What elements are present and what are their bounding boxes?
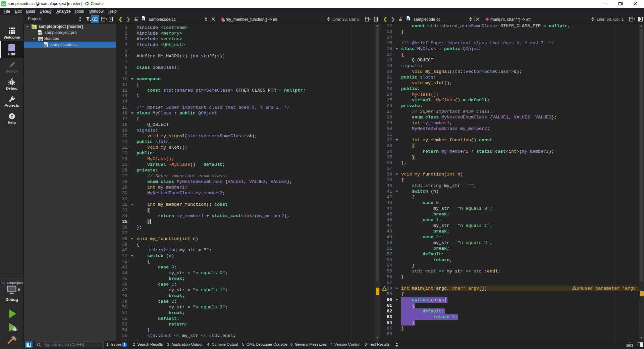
svg-text:C: C: [407, 18, 409, 20]
svg-text:?: ?: [11, 114, 13, 119]
svg-text:Qt: Qt: [38, 32, 41, 35]
svg-text:Qt: Qt: [32, 27, 35, 29]
svg-text:C: C: [142, 18, 144, 20]
svg-text:C↔: C↔: [38, 39, 42, 41]
svg-text:C: C: [45, 44, 47, 47]
